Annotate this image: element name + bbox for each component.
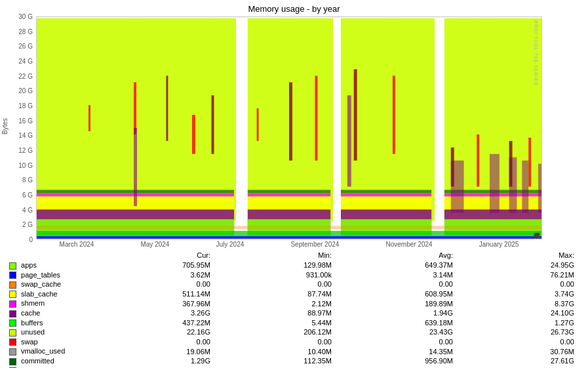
legend-name-swap: swap bbox=[21, 338, 38, 346]
y-label: 30 G bbox=[18, 13, 33, 20]
y-axis: 30 G28 G26 G24 G22 G20 G18 G16 G14 G12 G… bbox=[7, 16, 36, 239]
svg-rect-34 bbox=[528, 138, 531, 187]
chart-title: Memory usage - by year bbox=[0, 0, 588, 16]
legend-swatch-shmem bbox=[9, 300, 16, 308]
svg-rect-58 bbox=[134, 128, 137, 206]
legend-swatch-swap_cache bbox=[9, 281, 16, 289]
legend-row: buffers 437.22M 5.44M 639.18M 1.27G bbox=[7, 318, 577, 328]
y-label: 0 bbox=[29, 236, 33, 243]
svg-rect-32 bbox=[477, 134, 479, 187]
legend-cur-swap: 0.00 bbox=[92, 337, 213, 347]
legend-swatch-cache bbox=[9, 310, 16, 317]
legend-cur-shmem: 367.96M bbox=[92, 298, 213, 308]
legend-swatch-page_tables bbox=[9, 272, 16, 279]
legend-cur-buffers: 437.22M bbox=[92, 318, 213, 328]
legend-area: Cur: Min: Avg: Max: apps 705.95M 129.98M… bbox=[7, 251, 577, 368]
y-label: 2 G bbox=[22, 221, 33, 228]
chart-container: Memory usage - by year 30 G28 G26 G24 G2… bbox=[0, 0, 588, 368]
svg-rect-24 bbox=[192, 115, 195, 154]
legend-max-vmalloc_used: 30.76M bbox=[456, 346, 577, 356]
svg-rect-47 bbox=[341, 196, 431, 209]
legend-max-cache: 24.10G bbox=[456, 308, 577, 318]
svg-rect-22 bbox=[134, 82, 136, 134]
x-axis-labels: March 2024 May 2024 July 2024 September … bbox=[36, 241, 542, 248]
legend-max-page_tables: 76.21M bbox=[456, 270, 577, 280]
legend-label-apps: apps bbox=[7, 260, 92, 270]
legend-min-cache: 88.97M bbox=[213, 308, 334, 318]
svg-rect-25 bbox=[212, 95, 214, 153]
legend-avg-apps: 649.37M bbox=[334, 260, 456, 270]
legend-label-swap: swap bbox=[7, 337, 92, 347]
legend-min-page_tables: 931.00k bbox=[213, 270, 334, 280]
y-label: 26 G bbox=[18, 43, 33, 50]
legend-cur-slab_cache: 511.14M bbox=[92, 289, 213, 299]
legend-name-apps: apps bbox=[21, 261, 37, 269]
legend-min-slab_cache: 87.74M bbox=[213, 289, 334, 299]
x-label-march: March 2024 bbox=[60, 241, 94, 248]
y-axis-title: Bytes bbox=[1, 118, 9, 134]
legend-row: vmalloc_used 19.06M 10.40M 14.35M 30.76M bbox=[7, 346, 577, 356]
legend-swatch-vmalloc_used bbox=[9, 348, 16, 356]
legend-label-cache: cache bbox=[7, 308, 92, 318]
legend-swatch-swap bbox=[9, 338, 16, 346]
legend-max-swap_cache: 0.00 bbox=[456, 279, 577, 289]
cur-header: Cur: bbox=[92, 251, 213, 260]
svg-rect-19 bbox=[333, 18, 341, 227]
legend-label-committed: committed bbox=[7, 356, 92, 366]
legend-min-mapped: 22.81M bbox=[213, 366, 334, 368]
svg-rect-21 bbox=[88, 105, 90, 131]
x-label-sept: September 2024 bbox=[290, 241, 339, 248]
legend-row: slab_cache 511.14M 87.74M 608.95M 3.74G bbox=[7, 289, 577, 299]
legend-label-mapped: mapped bbox=[7, 366, 92, 368]
legend-max-buffers: 1.27G bbox=[456, 318, 577, 328]
legend-min-committed: 112.35M bbox=[213, 356, 334, 366]
svg-rect-54 bbox=[248, 190, 330, 193]
legend-label-buffers: buffers bbox=[7, 318, 92, 328]
legend-max-slab_cache: 3.74G bbox=[456, 289, 577, 299]
svg-rect-44 bbox=[37, 236, 541, 239]
legend-label-page_tables: page_tables bbox=[7, 270, 92, 280]
legend-avg-mapped: 76.55M bbox=[334, 366, 456, 368]
legend-name-unused: unused bbox=[21, 328, 45, 336]
x-label-nov: November 2024 bbox=[385, 241, 432, 248]
legend-avg-cache: 1.94G bbox=[334, 308, 456, 318]
svg-rect-62 bbox=[509, 157, 517, 213]
chart-svg: ⬛ bbox=[37, 17, 541, 239]
svg-rect-46 bbox=[248, 196, 330, 209]
legend-row: swap 0.00 0.00 0.00 0.00 bbox=[7, 337, 577, 347]
legend-label-shmem: shmem bbox=[7, 298, 92, 308]
legend-name-cache: cache bbox=[21, 309, 40, 317]
legend-cur-swap_cache: 0.00 bbox=[92, 279, 213, 289]
y-label: 8 G bbox=[22, 176, 33, 184]
y-label: 28 G bbox=[18, 28, 33, 35]
legend-avg-buffers: 639.18M bbox=[334, 318, 456, 328]
legend-cur-mapped: 100.12M bbox=[92, 366, 213, 368]
legend-header-row: Cur: Min: Avg: Max: bbox=[7, 251, 577, 260]
svg-rect-18 bbox=[236, 18, 248, 227]
legend-swatch-unused bbox=[9, 329, 16, 337]
legend-cur-committed: 1.29G bbox=[92, 356, 213, 366]
legend-name-buffers: buffers bbox=[21, 319, 43, 327]
legend-name-swap_cache: swap_cache bbox=[21, 280, 61, 288]
legend-label-vmalloc_used: vmalloc_used bbox=[7, 346, 92, 356]
legend-body: apps 705.95M 129.98M 649.37M 24.95G page… bbox=[7, 260, 577, 368]
legend-avg-shmem: 189.89M bbox=[334, 298, 456, 308]
legend-swatch-buffers bbox=[9, 319, 16, 327]
svg-rect-61 bbox=[490, 154, 500, 213]
legend-cur-apps: 705.95M bbox=[92, 260, 213, 270]
legend-label-slab_cache: slab_cache bbox=[7, 289, 92, 299]
svg-rect-59 bbox=[347, 95, 351, 186]
legend-name-page_tables: page_tables bbox=[21, 271, 60, 279]
legend-max-unused: 26.73G bbox=[456, 327, 577, 337]
y-label: 10 G bbox=[18, 161, 33, 169]
legend-cur-cache: 3.26G bbox=[92, 308, 213, 318]
legend-table: Cur: Min: Avg: Max: apps 705.95M 129.98M… bbox=[7, 251, 577, 368]
svg-rect-29 bbox=[354, 70, 357, 161]
legend-avg-committed: 956.90M bbox=[334, 356, 456, 366]
svg-rect-20 bbox=[435, 18, 444, 227]
svg-rect-26 bbox=[257, 108, 259, 141]
legend-name-vmalloc_used: vmalloc_used bbox=[21, 347, 65, 355]
legend-swatch-committed bbox=[9, 358, 16, 365]
y-label: 6 G bbox=[22, 192, 33, 199]
legend-max-committed: 27.61G bbox=[456, 356, 577, 366]
